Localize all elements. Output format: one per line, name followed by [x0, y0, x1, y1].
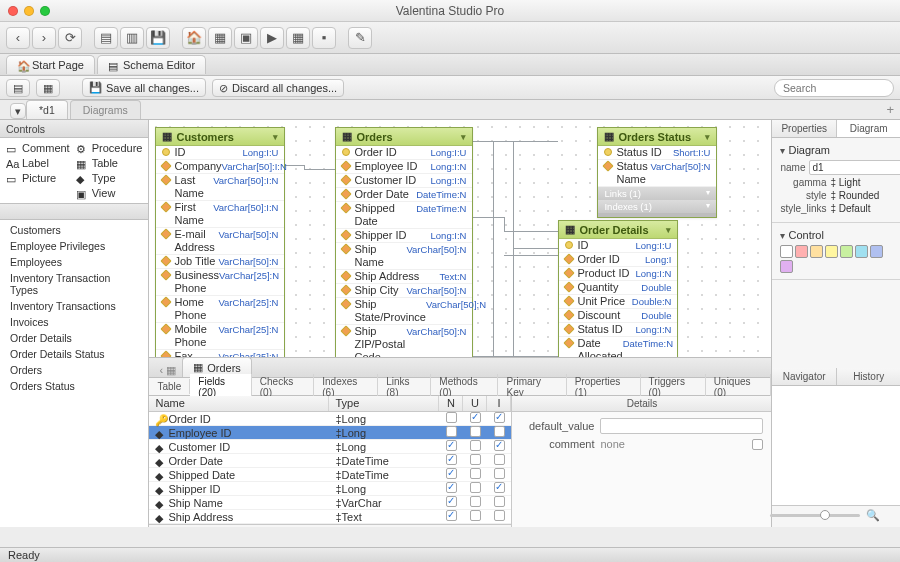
grid-row[interactable]: ◆Order Date‡DateTime — [149, 454, 511, 468]
books-icon[interactable]: ▦ — [208, 27, 232, 49]
color-swatch[interactable] — [840, 245, 853, 258]
field-row[interactable]: Ship NameVarChar[50]:N — [336, 243, 472, 270]
terminal-icon[interactable]: ▪ — [312, 27, 336, 49]
control-item[interactable]: ▭Picture — [6, 172, 70, 185]
doctab-d1[interactable]: *d1 — [26, 100, 68, 119]
nullable-checkbox[interactable] — [446, 468, 457, 479]
field-row[interactable]: Last NameVarChar[50]:I:N — [156, 174, 284, 201]
entity-orders[interactable]: ▦OrdersOrder IDLong:I:UEmployee IDLong:I… — [335, 127, 473, 357]
back-button[interactable]: ‹ — [6, 27, 30, 49]
play-icon[interactable]: ▶ — [260, 27, 284, 49]
field-row[interactable]: E-mail AddressVarChar[50]:N — [156, 228, 284, 255]
indexed-checkbox[interactable] — [494, 496, 505, 507]
field-row[interactable]: Business PhoneVarChar[25]:N — [156, 269, 284, 296]
subtab-start-page[interactable]: 🏠Start Page — [6, 55, 95, 74]
field-row[interactable]: QuantityDouble — [559, 281, 677, 295]
rc-tab-properties[interactable]: Properties — [772, 120, 837, 137]
field-row[interactable]: Status NameVarChar[50]:N — [598, 160, 716, 187]
db-yellow-icon[interactable]: ▣ — [234, 27, 258, 49]
field-row[interactable]: Order IDLong:I — [559, 253, 677, 267]
field-row[interactable]: IDLong:I:U — [559, 239, 677, 253]
tree-item[interactable]: Invoices — [0, 314, 148, 330]
zoom-fit-icon[interactable]: 🔍 — [866, 509, 880, 522]
entity-header[interactable]: ▦Order Details — [559, 221, 677, 239]
indexed-checkbox[interactable] — [494, 510, 505, 521]
entity-customers[interactable]: ▦CustomersIDLong:I:UCompanyVarChar[50]:I… — [155, 127, 285, 357]
field-row[interactable]: Status IDLong:I:N — [559, 323, 677, 337]
field-row[interactable]: Ship State/ProvinceVarChar[50]:N — [336, 298, 472, 325]
indexed-checkbox[interactable] — [494, 426, 505, 437]
search-input[interactable] — [774, 79, 894, 97]
color-swatch[interactable] — [825, 245, 838, 258]
nullable-checkbox[interactable] — [446, 510, 457, 521]
tree-item[interactable]: Employees — [0, 254, 148, 270]
field-row[interactable]: Job TitleVarChar[50]:N — [156, 255, 284, 269]
entity-header[interactable]: ▦Orders Status — [598, 128, 716, 146]
entity-header[interactable]: ▦Orders — [336, 128, 472, 146]
tree-item[interactable]: Order Details — [0, 330, 148, 346]
tree-item[interactable]: Employee Privileges — [0, 238, 148, 254]
grid-icon[interactable]: ▦ — [286, 27, 310, 49]
tree-item[interactable]: Order Details Status — [0, 346, 148, 362]
view-list-button[interactable]: ▤ — [6, 79, 30, 97]
field-row[interactable]: Order DateDateTime:N — [336, 188, 472, 202]
field-row[interactable]: Shipped DateDateTime:N — [336, 202, 472, 229]
refresh-button[interactable]: ⟳ — [58, 27, 82, 49]
field-row[interactable]: Shipper IDLong:I:N — [336, 229, 472, 243]
indexes-section[interactable]: Indexes (1) — [598, 200, 716, 213]
grid-row[interactable]: ◆Shipper ID‡Long — [149, 482, 511, 496]
nullable-checkbox[interactable] — [446, 426, 457, 437]
grid-row[interactable]: ◆Employee ID‡Long — [149, 426, 511, 440]
doc-add-button[interactable]: ▾ — [10, 103, 26, 119]
rc-control-header[interactable]: ▾ Control — [780, 229, 893, 241]
col-n[interactable]: N — [439, 396, 463, 411]
tree-item[interactable]: Customers — [0, 222, 148, 238]
unique-checkbox[interactable] — [470, 510, 481, 521]
field-row[interactable]: IDLong:I:U — [156, 146, 284, 160]
col-type[interactable]: Type — [329, 396, 439, 411]
field-row[interactable]: Employee IDLong:I:N — [336, 160, 472, 174]
comment-expand[interactable] — [752, 439, 763, 450]
indexed-checkbox[interactable] — [494, 440, 505, 451]
save-icon[interactable]: 💾 — [146, 27, 170, 49]
tree-item[interactable]: Orders — [0, 362, 148, 378]
grid-row[interactable]: ◆Customer ID‡Long — [149, 440, 511, 454]
control-item[interactable]: AaLabel — [6, 157, 70, 170]
field-row[interactable]: Unit PriceDouble:N — [559, 295, 677, 309]
field-row[interactable]: Ship CityVarChar[50]:N — [336, 284, 472, 298]
col-i[interactable]: I — [487, 396, 511, 411]
diagram-canvas[interactable]: ▦CustomersIDLong:I:UCompanyVarChar[50]:I… — [149, 120, 771, 357]
control-item[interactable] — [6, 186, 70, 199]
default-value-input[interactable] — [600, 418, 763, 434]
color-swatch[interactable] — [810, 245, 823, 258]
indexed-checkbox[interactable] — [494, 454, 505, 465]
doctab-diagrams[interactable]: Diagrams — [70, 100, 141, 119]
rc-diagram-header[interactable]: ▾ Diagram — [780, 144, 893, 156]
color-swatch[interactable] — [780, 245, 793, 258]
unique-checkbox[interactable] — [470, 468, 481, 479]
entity-header[interactable]: ▦Customers — [156, 128, 284, 146]
control-item[interactable]: ▦Table — [76, 157, 143, 170]
nullable-checkbox[interactable] — [446, 482, 457, 493]
diagram-name-input[interactable] — [809, 160, 900, 175]
open-icon[interactable]: ▥ — [120, 27, 144, 49]
discard-all-button[interactable]: ⊘ Discard all changes... — [212, 79, 344, 97]
tree-item[interactable]: Inventory Transaction Types — [0, 270, 148, 298]
field-row[interactable]: Customer IDLong:I:N — [336, 174, 472, 188]
unique-checkbox[interactable] — [470, 454, 481, 465]
field-row[interactable]: Mobile PhoneVarChar[25]:N — [156, 323, 284, 350]
grid-row[interactable]: ◆Ship Address‡Text — [149, 510, 511, 524]
save-all-button[interactable]: 💾 Save all changes... — [82, 78, 206, 97]
brush-icon[interactable]: ✎ — [348, 27, 372, 49]
field-row[interactable]: DiscountDouble — [559, 309, 677, 323]
navigator-preview[interactable] — [772, 386, 900, 506]
rc-tab-diagram[interactable]: Diagram — [837, 120, 900, 137]
new-doc-icon[interactable]: ▤ — [94, 27, 118, 49]
unique-checkbox[interactable] — [470, 496, 481, 507]
rc-tab-history[interactable]: History — [837, 368, 900, 385]
field-row[interactable]: Date AllocatedDateTime:N — [559, 337, 677, 357]
nullable-checkbox[interactable] — [446, 440, 457, 451]
indexed-checkbox[interactable] — [494, 412, 505, 423]
forward-button[interactable]: › — [32, 27, 56, 49]
nullable-checkbox[interactable] — [446, 454, 457, 465]
